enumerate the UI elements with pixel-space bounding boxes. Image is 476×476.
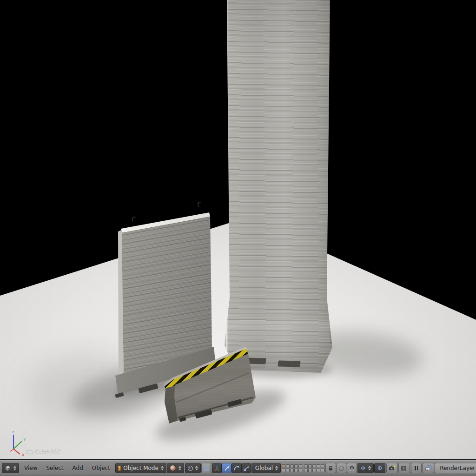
axis-tripod-icon xyxy=(214,465,220,471)
viewport-shading-dropdown[interactable] xyxy=(167,463,184,473)
rotate-manipulator-toggle[interactable] xyxy=(231,463,241,473)
manipulate-centers-toggle[interactable] xyxy=(201,463,211,473)
scale-manipulator-toggle[interactable] xyxy=(241,463,251,473)
layer-cell[interactable] xyxy=(298,464,302,468)
layer-cell[interactable] xyxy=(317,469,320,472)
editor-type-steppers[interactable] xyxy=(13,466,16,470)
layer-cell[interactable] xyxy=(308,464,312,468)
manipulator-toggles xyxy=(212,463,251,473)
layer-cell[interactable] xyxy=(290,464,294,468)
menu-view[interactable]: View xyxy=(20,463,41,473)
layer-cell[interactable] xyxy=(312,464,316,468)
pause-icon xyxy=(415,466,418,470)
mode-label: Object Mode xyxy=(123,465,159,471)
concrete-pillar-object[interactable] xyxy=(223,0,335,377)
orientation-steppers[interactable] xyxy=(275,466,278,470)
centers-grid-icon xyxy=(204,466,209,471)
layer-cell[interactable] xyxy=(294,464,298,468)
active-object-info: (1) Cube.002 xyxy=(26,448,60,454)
menu-add[interactable]: Add xyxy=(68,463,87,473)
transform-orientation-dropdown[interactable]: Global xyxy=(251,463,281,473)
render-anim-camera-icon xyxy=(401,465,408,471)
menu-object[interactable]: Object xyxy=(88,463,114,473)
jersey-barrier-object[interactable] xyxy=(158,342,265,428)
axis-y-label: y xyxy=(23,436,26,441)
axis-x-label: x xyxy=(22,452,25,456)
axis-z-label: z xyxy=(12,430,14,434)
proportional-editing-dropdown[interactable] xyxy=(337,463,346,473)
opengl-render-button[interactable] xyxy=(386,463,398,473)
layer-cell[interactable] xyxy=(286,464,290,468)
layer-cell[interactable] xyxy=(321,464,324,468)
layer-group-2 xyxy=(304,464,324,472)
layer-cell[interactable] xyxy=(304,469,308,472)
layer-cell[interactable] xyxy=(308,469,312,472)
wall-lifting-hook xyxy=(132,216,136,222)
lock-to-scene-toggle[interactable] xyxy=(325,463,336,473)
snap-element-dropdown[interactable] xyxy=(357,463,374,473)
layer-cell[interactable] xyxy=(304,464,308,468)
layer-active-dot xyxy=(283,465,284,467)
render-camera-icon xyxy=(389,465,396,471)
pivot-steppers[interactable] xyxy=(195,466,198,470)
wall-base-notch xyxy=(115,392,124,398)
render-layer-label: RenderLayer xyxy=(440,465,475,471)
layer-cell[interactable] xyxy=(294,469,298,472)
layer-cell[interactable] xyxy=(298,469,302,472)
layer-cell[interactable] xyxy=(312,469,316,472)
manipulator-toggle[interactable] xyxy=(212,463,222,473)
editor-type-selector[interactable] xyxy=(2,463,19,473)
layer-cell[interactable] xyxy=(282,469,285,472)
render-layer-selector[interactable]: RenderLayer xyxy=(435,463,476,473)
menu-select[interactable]: Select xyxy=(42,463,67,473)
layer-cell[interactable] xyxy=(282,464,285,468)
layer-cell[interactable] xyxy=(317,464,320,468)
axis-gizmo: z y x xyxy=(3,429,29,456)
lock-icon xyxy=(328,465,334,471)
wall-lifting-hook xyxy=(197,201,202,207)
pillar-base-notch xyxy=(278,360,301,367)
object-mode-icon xyxy=(118,466,121,471)
layers-widget xyxy=(282,464,324,472)
shading-sphere-icon xyxy=(170,465,176,471)
translate-arrow-icon xyxy=(224,465,230,471)
viewport-header: View Select Add Object Object Mode xyxy=(0,459,476,476)
snap-toggle[interactable] xyxy=(347,463,357,473)
orientation-label: Global xyxy=(254,465,273,471)
layer-cell[interactable] xyxy=(286,469,290,472)
snap-increment-icon xyxy=(360,465,366,471)
proportional-circle-icon xyxy=(339,466,344,471)
layer-group-1 xyxy=(282,464,302,472)
3d-viewport[interactable]: z y x (1) Cube.002 xyxy=(0,0,476,459)
translate-manipulator-toggle[interactable] xyxy=(222,463,231,473)
snap-target-button[interactable] xyxy=(374,463,385,473)
pivot-median-icon xyxy=(188,466,193,471)
pivot-point-dropdown[interactable] xyxy=(185,463,201,473)
magnet-icon xyxy=(349,465,355,471)
shading-steppers[interactable] xyxy=(178,466,181,470)
scale-arrow-icon xyxy=(243,465,249,471)
mode-dropdown[interactable]: Object Mode xyxy=(115,463,166,473)
layer-cell[interactable] xyxy=(290,469,294,472)
opengl-render-anim-button[interactable] xyxy=(398,463,410,473)
snap-element-steppers[interactable] xyxy=(368,466,371,470)
rotate-arc-icon xyxy=(233,465,239,471)
photo-stack-icon xyxy=(425,465,432,471)
layer-cell[interactable] xyxy=(321,469,324,472)
3d-view-icon xyxy=(5,465,11,471)
mode-steppers[interactable] xyxy=(161,466,164,470)
blender-window: z y x (1) Cube.002 View Select Add Objec… xyxy=(0,0,476,476)
pause-button[interactable] xyxy=(411,463,422,473)
render-layer-icon-button[interactable] xyxy=(423,463,434,473)
snap-target-icon xyxy=(377,465,383,471)
